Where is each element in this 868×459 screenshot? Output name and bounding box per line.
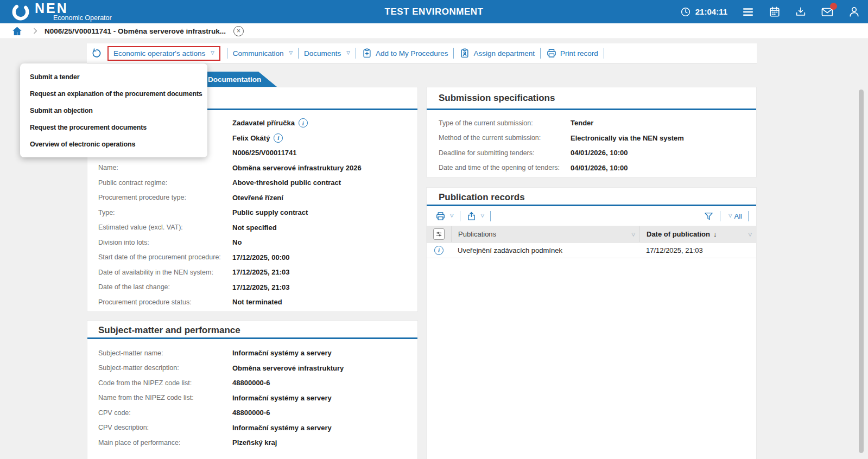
toolbar-separator	[748, 211, 749, 221]
field-label: CPV description:	[98, 424, 232, 431]
print-record-label: Print record	[560, 49, 598, 58]
menu-item-request-procurement-documents[interactable]: Request the procurement documents	[20, 119, 207, 136]
field-value: Informační systémy a servery	[232, 349, 332, 357]
field-label: Start date of the procurement procedure:	[98, 253, 232, 261]
filter-scope-label: All	[734, 212, 742, 220]
field-row: Name: Obměna serverové infrastruktury 20…	[87, 161, 417, 176]
home-button[interactable]	[11, 25, 23, 37]
field-row: CPV code: 48800000-6	[87, 405, 417, 420]
publication-records-panel: Publication records	[426, 187, 757, 459]
field-label: Method of the current submission:	[439, 134, 571, 142]
brand-subtitle: Economic Operator	[53, 14, 112, 22]
field-row: Date and time of the opening of tenders:…	[427, 161, 756, 176]
field-row: Type of the current submission: Tender	[427, 116, 756, 131]
breadcrumb: N006/25/V00011741 - Obměna serverové inf…	[0, 23, 868, 39]
field-value: Informační systémy a servery	[232, 394, 332, 402]
toolbar-separator	[604, 48, 604, 59]
record-toolbar: Economic operator's actions Communicatio…	[87, 43, 757, 63]
vertical-scrollbar[interactable]	[859, 90, 864, 453]
user-button[interactable]	[848, 5, 860, 18]
column-header-date-of-publication[interactable]: Date of publication ↓ ▽	[639, 226, 756, 242]
filter-scope-select[interactable]: All	[726, 212, 742, 220]
field-value: Not specified	[232, 224, 277, 232]
export-button[interactable]	[466, 211, 485, 221]
clipboard-add-icon	[362, 48, 372, 59]
field-value: Plzeňský kraj	[232, 438, 277, 447]
field-label: Estimated value (excl. VAT):	[98, 224, 232, 231]
nen-logo-icon	[11, 2, 30, 22]
toolbar-separator	[460, 211, 460, 221]
field-label: Name:	[98, 164, 232, 171]
add-to-my-procedures-label: Add to My Procedures	[376, 49, 448, 58]
menu-item-submit-an-objection[interactable]: Submit an objection	[20, 102, 207, 119]
printer-icon	[435, 211, 446, 221]
menu-item-request-explanation[interactable]: Request an explanation of the procuremen…	[20, 85, 207, 102]
publication-name: Uveřejnění zadávacích podmínek	[451, 243, 639, 258]
close-record-tab-icon[interactable]	[233, 26, 244, 36]
assign-department-button[interactable]: Assign department	[459, 48, 535, 59]
field-value: Not terminated	[232, 298, 282, 306]
field-value: Felix Okátý	[232, 134, 270, 142]
field-value: 04/01/2026, 10:00	[571, 149, 628, 157]
field-row: Date of the last change: 17/12/2025, 21:…	[87, 280, 417, 295]
clock-time: 21:04:11	[695, 7, 727, 16]
column-filter-caret-icon[interactable]: ▽	[748, 232, 752, 237]
toolbar-separator	[356, 48, 356, 59]
documents-menu[interactable]: Documents	[304, 49, 350, 58]
info-icon[interactable]	[299, 118, 308, 127]
field-label: Date of availability in the NEN system:	[98, 269, 232, 276]
field-row: Subject-matter name: Informační systémy …	[87, 346, 417, 361]
economic-operators-actions-menu[interactable]: Economic operator's actions	[107, 46, 220, 61]
menu-item-overview-electronic-operations[interactable]: Overview of electronic operations	[20, 136, 207, 152]
share-export-icon	[466, 211, 477, 221]
info-icon[interactable]	[274, 133, 283, 143]
subject-matter-panel: Subject-matter and performance Subject-m…	[87, 320, 418, 459]
info-icon[interactable]	[434, 246, 443, 255]
publication-row[interactable]: Uveřejnění zadávacích podmínek 17/12/202…	[427, 243, 756, 258]
field-row: Date of availability in the NEN system: …	[87, 265, 417, 280]
publications-toolbar: All	[427, 206, 756, 226]
field-label: Division into lots:	[98, 239, 232, 246]
record-tab-title[interactable]: N006/25/V00011741 - Obměna serverové inf…	[45, 27, 226, 35]
user-icon	[848, 5, 860, 18]
toolbar-separator	[227, 48, 227, 59]
economic-operators-actions-dropdown: Submit a tender Request an explanation o…	[20, 63, 207, 157]
toolbar-separator	[453, 48, 454, 59]
brand[interactable]: NEN Economic Operator	[11, 2, 112, 22]
submission-specifications-panel: Submission specifications Type of the cu…	[426, 87, 757, 177]
field-row: Start date of the procurement procedure:…	[87, 250, 417, 265]
field-value: 04/01/2026, 10:00	[571, 164, 628, 172]
messages-button[interactable]	[821, 5, 834, 18]
print-record-button[interactable]: Print record	[546, 48, 598, 59]
column-settings-button[interactable]	[433, 228, 445, 240]
field-value: Above-threshold public contract	[232, 178, 341, 187]
print-list-button[interactable]	[435, 211, 454, 221]
menu-button[interactable]	[742, 5, 755, 18]
field-row: Method of the current submission: Electr…	[427, 131, 756, 146]
filter-button[interactable]	[704, 211, 714, 221]
field-value: No	[232, 238, 242, 246]
field-label: Deadline for submitting tenders:	[439, 149, 571, 157]
field-value: Obměna serverové infrastruktury 2026	[232, 164, 362, 172]
field-row: CPV description: Informační systémy a se…	[87, 420, 417, 436]
field-value: Zadavatel příručka	[232, 119, 295, 127]
column-header-publications[interactable]: Publications ▽	[451, 226, 639, 242]
field-label: Date and time of the opening of tenders:	[439, 164, 571, 171]
field-label: Date of the last change:	[98, 283, 232, 291]
communication-menu[interactable]: Communication	[233, 49, 293, 58]
toolbar-separator	[298, 48, 299, 59]
field-value: Tender	[571, 119, 593, 127]
field-row: Code from the NIPEZ code list: 48800000-…	[87, 375, 417, 391]
column-label: Publications	[458, 230, 496, 238]
menu-item-submit-a-tender[interactable]: Submit a tender	[20, 68, 207, 85]
downloads-button[interactable]	[795, 6, 807, 18]
calendar-button[interactable]	[769, 6, 781, 18]
field-label: Code from the NIPEZ code list:	[98, 379, 232, 387]
add-to-my-procedures-button[interactable]: Add to My Procedures	[362, 48, 448, 59]
refresh-history-button[interactable]	[91, 48, 102, 59]
column-filter-caret-icon[interactable]: ▽	[631, 232, 635, 237]
field-value: Otevřené řízení	[232, 194, 283, 202]
field-label: Main place of performance:	[98, 439, 232, 447]
field-value: N006/25/V00011741	[232, 149, 297, 157]
field-value: Informační systémy a servery	[232, 424, 332, 432]
